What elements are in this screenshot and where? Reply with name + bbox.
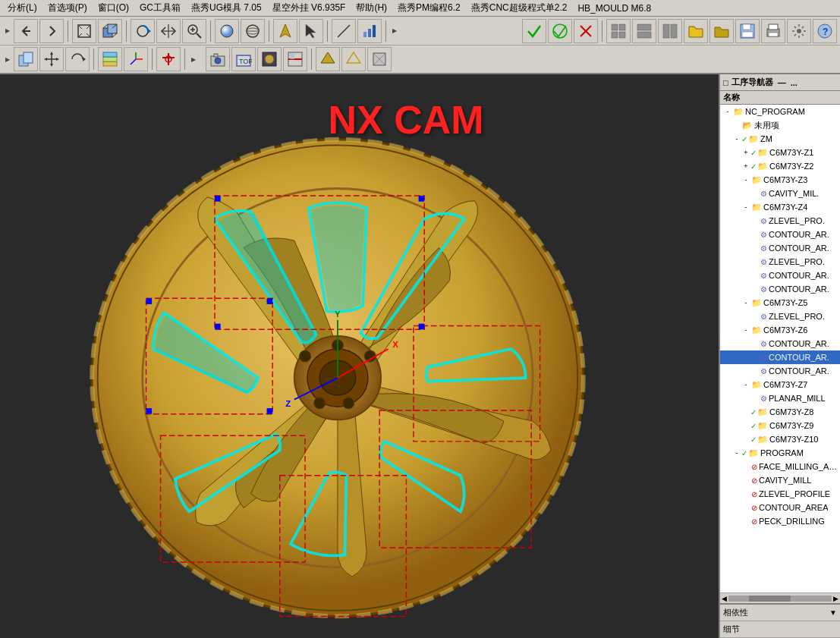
tree-item-z8[interactable]: ✓📁C6M73Y-Z8 bbox=[720, 405, 840, 419]
tree-item-peck_drilling[interactable]: ⊘PECK_DRILLING bbox=[720, 514, 840, 528]
tree-item-zlevel_pro2[interactable]: ⚙ZLEVEL_PRO. bbox=[720, 255, 840, 269]
tb-apply-button[interactable] bbox=[548, 19, 572, 43]
tb-forward-button[interactable] bbox=[39, 19, 64, 43]
tree-item-contour_ar4[interactable]: ⚙CONTOUR_AR. bbox=[720, 282, 840, 296]
tree-item-zlevel_prof[interactable]: ⊘ZLEVEL_PROFILE bbox=[720, 487, 840, 501]
tb2-new-geom[interactable] bbox=[14, 47, 38, 71]
tb-pan-button[interactable] bbox=[156, 19, 181, 43]
menu-star-outer[interactable]: 星空外挂 V6.935F bbox=[268, 0, 351, 16]
tree-item-zlevel_pro3[interactable]: ⚙ZLEVEL_PRO. bbox=[720, 310, 840, 323]
tb2-move[interactable] bbox=[39, 47, 64, 71]
tb-measure-button[interactable] bbox=[332, 19, 356, 43]
menu-yanxiu-cnc[interactable]: 燕秀CNC超级程式单2.2 bbox=[467, 0, 572, 16]
tree-item-zm[interactable]: -✓📁ZM bbox=[720, 132, 840, 146]
tb-help-button[interactable]: ? bbox=[813, 19, 837, 43]
tb-save-button[interactable] bbox=[735, 19, 760, 43]
tree-item-z4[interactable]: - 📁C6M73Y-Z4 bbox=[720, 200, 840, 214]
tree-item-contour_ar6[interactable]: ⚙CONTOUR_AR. bbox=[720, 350, 840, 364]
detail-row[interactable]: 细节 bbox=[720, 621, 840, 638]
tb2-snap2[interactable] bbox=[156, 47, 181, 71]
tb2-display-solid[interactable] bbox=[316, 47, 340, 71]
tree-item-contour_ar2[interactable]: ⚙CONTOUR_AR. bbox=[720, 241, 840, 255]
tree-item-z3[interactable]: - 📁C6M73Y-Z3 bbox=[720, 173, 840, 187]
tb2-rotate2[interactable] bbox=[65, 47, 90, 71]
horizontal-scrollbar[interactable]: ◀ ▶ bbox=[720, 592, 840, 603]
tb-settings-button[interactable] bbox=[787, 19, 811, 43]
tree-expand-icon[interactable]: - bbox=[741, 326, 750, 334]
tb2-camera[interactable] bbox=[206, 47, 230, 71]
tree-expand-icon[interactable]: - bbox=[723, 108, 732, 115]
tree-item-z10[interactable]: ✓📁C6M73Y-Z10 bbox=[720, 432, 840, 446]
scroll-left-button[interactable]: ◀ bbox=[722, 595, 727, 602]
menu-analyze[interactable]: 分析(L) bbox=[3, 0, 42, 16]
tree-item-cavity_mill[interactable]: ⊘CAVITY_MILL bbox=[720, 473, 840, 487]
menu-yanxiu-pm[interactable]: 燕秀PM编程6.2 bbox=[393, 0, 465, 16]
tree-item-z5[interactable]: - 📁C6M73Y-Z5 bbox=[720, 296, 840, 310]
tree-expand-icon[interactable]: + bbox=[741, 149, 750, 156]
tree-item-program[interactable]: -✓📁PROGRAM bbox=[720, 446, 840, 460]
tree-item-cavity_mil[interactable]: ⚙CAVITY_MIL. bbox=[720, 187, 840, 200]
dependency-row[interactable]: 相依性 ▼ bbox=[720, 605, 840, 621]
tb2-view-top[interactable]: TOP bbox=[231, 47, 256, 71]
toolbar-expand-2[interactable]: ▶ bbox=[390, 19, 399, 43]
tb-shading-button[interactable] bbox=[215, 19, 239, 43]
dependency-expand[interactable]: ▼ bbox=[829, 608, 837, 617]
tb-zoom-button[interactable] bbox=[182, 19, 206, 43]
tree-item-contour_ar1[interactable]: ⚙CONTOUR_AR. bbox=[720, 228, 840, 241]
tb-fit-button[interactable] bbox=[72, 19, 96, 43]
tb-grid3-button[interactable] bbox=[658, 19, 682, 43]
tb-select-button[interactable] bbox=[299, 19, 323, 43]
tree-item-z7[interactable]: - 📁C6M73Y-Z7 bbox=[720, 378, 840, 391]
toolbar2-expand2[interactable]: ▶ bbox=[189, 47, 198, 71]
menu-preferences[interactable]: 首选项(P) bbox=[43, 0, 92, 16]
tb2-display-render[interactable] bbox=[257, 47, 282, 71]
scroll-track[interactable] bbox=[728, 596, 832, 602]
tree-expand-icon[interactable]: - bbox=[741, 203, 750, 211]
tb-grid2-button[interactable] bbox=[632, 19, 656, 43]
tb-print-button[interactable] bbox=[761, 19, 785, 43]
tree-item-unused[interactable]: 📂未用项 bbox=[720, 118, 840, 132]
menu-gc-tools[interactable]: GC工具箱 bbox=[135, 0, 185, 16]
tb-ok-button[interactable] bbox=[522, 19, 546, 43]
program-tree[interactable]: - 📁NC_PROGRAM 📂未用项-✓📁ZM+✓📁C6M73Y-Z1+✓📁C6… bbox=[720, 105, 840, 592]
tb-snap-button[interactable] bbox=[273, 19, 297, 43]
tb-wireframe-button[interactable] bbox=[241, 19, 265, 43]
menu-window[interactable]: 窗口(O) bbox=[93, 0, 134, 16]
viewport[interactable]: NX CAM bbox=[0, 74, 719, 638]
tb2-coordinate[interactable] bbox=[124, 47, 148, 71]
menu-help[interactable]: 帮助(H) bbox=[351, 0, 392, 16]
tree-item-contour_ar7[interactable]: ⚙CONTOUR_AR. bbox=[720, 364, 840, 378]
scroll-thumb[interactable] bbox=[749, 596, 790, 602]
tree-expand-icon[interactable]: - bbox=[741, 299, 750, 306]
menu-yanxiu-ug[interactable]: 燕秀UG模具 7.05 bbox=[187, 0, 266, 16]
tree-expand-icon[interactable]: - bbox=[741, 381, 750, 388]
toolbar2-expand[interactable]: ▶ bbox=[3, 47, 12, 71]
tb-cancel-button[interactable] bbox=[574, 19, 598, 43]
tree-item-nc_program[interactable]: - 📁NC_PROGRAM bbox=[720, 105, 840, 118]
tree-item-contour_ar3[interactable]: ⚙CONTOUR_AR. bbox=[720, 269, 840, 282]
tb-back-button[interactable] bbox=[14, 19, 38, 43]
tb-rotate-button[interactable] bbox=[131, 19, 155, 43]
tb2-display-solid3[interactable] bbox=[367, 47, 392, 71]
tree-expand-icon[interactable]: - bbox=[732, 449, 741, 457]
scroll-right-button[interactable]: ▶ bbox=[833, 595, 838, 602]
tb-grid1-button[interactable] bbox=[606, 19, 631, 43]
toolbar-expand-1[interactable]: ▶ bbox=[3, 19, 12, 43]
tree-item-contour_area[interactable]: ⊘CONTOUR_AREA bbox=[720, 501, 840, 514]
menu-hb-mould[interactable]: HB_MOULD M6.8 bbox=[573, 2, 656, 15]
tree-item-z9[interactable]: ✓📁C6M73Y-Z9 bbox=[720, 419, 840, 432]
tb-folder-open-button[interactable] bbox=[684, 19, 708, 43]
tree-item-face_milling[interactable]: ⊘FACE_MILLING_ARE bbox=[720, 460, 840, 473]
tree-item-z2[interactable]: +✓📁C6M73Y-Z2 bbox=[720, 159, 840, 173]
tb2-layer[interactable] bbox=[98, 47, 122, 71]
tb-view3d-button[interactable] bbox=[98, 19, 122, 43]
tb2-section[interactable] bbox=[283, 47, 307, 71]
tb2-display-solid2[interactable] bbox=[341, 47, 366, 71]
tree-expand-icon[interactable]: - bbox=[741, 176, 750, 184]
tree-expand-icon[interactable]: + bbox=[741, 162, 750, 170]
tree-item-contour_ar5[interactable]: ⚙CONTOUR_AR. bbox=[720, 337, 840, 350]
tree-item-planar_mill[interactable]: ⚙PLANAR_MILL bbox=[720, 391, 840, 405]
tree-item-z1[interactable]: +✓📁C6M73Y-Z1 bbox=[720, 146, 840, 159]
tb-analysis-button[interactable] bbox=[357, 19, 382, 43]
tree-item-z6[interactable]: - 📁C6M73Y-Z6 bbox=[720, 323, 840, 337]
